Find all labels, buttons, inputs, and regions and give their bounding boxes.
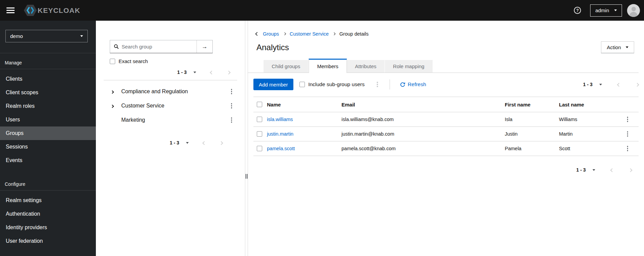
pagination-menu-toggle[interactable]: 1 - 3: [170, 140, 189, 145]
kebab-menu-icon[interactable]: [231, 103, 232, 108]
kebab-menu-icon[interactable]: [231, 117, 232, 122]
pagination-prev-button[interactable]: [210, 70, 213, 75]
page-title: Analytics: [256, 43, 289, 52]
tab-role-mapping[interactable]: Role mapping: [385, 60, 433, 73]
include-subgroup-label: Include sub-group users: [308, 81, 365, 87]
member-email: pamela.scott@knab.com: [341, 146, 505, 151]
group-tree-panel: → Exact search 1 - 3 Compliance and Regu…: [96, 21, 245, 256]
member-first-name: Justin: [505, 131, 559, 137]
sidebar-item-users[interactable]: Users: [0, 113, 96, 126]
group-search: →: [110, 40, 213, 53]
kebab-menu-icon[interactable]: [627, 131, 628, 136]
members-table: Name Email First name Last name isla.wil…: [253, 97, 639, 156]
sidebar-item-identity-providers[interactable]: Identity providers: [0, 221, 96, 234]
pagination-menu-toggle[interactable]: 1 - 3: [177, 70, 196, 75]
column-header-email: Email: [341, 102, 505, 107]
sidebar-item-realm-roles[interactable]: Realm roles: [0, 99, 96, 113]
sidebar-item-realm-settings[interactable]: Realm settings: [0, 194, 96, 207]
kebab-menu-icon[interactable]: [627, 117, 628, 122]
kebab-menu-icon[interactable]: [231, 89, 232, 94]
row-checkbox[interactable]: [257, 146, 262, 151]
pagination-next-button[interactable]: [220, 140, 223, 145]
back-icon[interactable]: [256, 33, 258, 35]
group-details-page: Groups Customer Service Group details An…: [248, 21, 644, 256]
tab-child-groups[interactable]: Child groups: [264, 60, 308, 73]
user-menu-dropdown[interactable]: admin: [590, 4, 622, 17]
sidebar-item-groups[interactable]: Groups: [0, 126, 96, 140]
pagination-range: 1 - 3: [177, 70, 187, 75]
action-label: Action: [607, 44, 621, 50]
help-icon[interactable]: ?: [574, 7, 581, 14]
member-username-link[interactable]: pamela.scott: [267, 146, 295, 151]
tab-attributes[interactable]: Attributes: [347, 60, 385, 73]
realm-selector[interactable]: demo: [5, 30, 88, 42]
search-submit-button[interactable]: →: [196, 40, 212, 53]
pagination-prev-button[interactable]: [618, 82, 620, 87]
row-checkbox[interactable]: [257, 117, 262, 122]
exact-search-checkbox[interactable]: [110, 59, 115, 64]
exact-search-label: Exact search: [119, 58, 148, 64]
tree-item-customer-service: Customer Service: [96, 99, 245, 113]
chevron-right-icon: [333, 33, 335, 35]
pagination-next-button[interactable]: [629, 168, 632, 173]
expand-chevron-icon[interactable]: [109, 89, 116, 94]
avatar[interactable]: [627, 4, 640, 17]
pagination-menu-toggle[interactable]: 1 - 3: [583, 82, 602, 87]
column-header-last-name: Last name: [559, 102, 617, 107]
keycloak-logo-icon: [24, 4, 37, 16]
arrow-right-icon: →: [202, 43, 208, 50]
group-name[interactable]: Compliance and Regulation: [121, 88, 188, 95]
pagination-range: 1 - 3: [170, 140, 179, 145]
panel-resize-handle[interactable]: [245, 21, 248, 256]
expand-chevron-icon[interactable]: [109, 103, 116, 109]
row-checkbox[interactable]: [257, 131, 262, 137]
brand-text: KEYCLOAK: [38, 6, 80, 15]
refresh-button[interactable]: Refresh: [400, 81, 426, 87]
pagination-prev-button[interactable]: [611, 168, 614, 173]
pagination-prev-button[interactable]: [203, 140, 206, 145]
member-first-name: Pamela: [505, 146, 559, 151]
chevron-down-icon: [80, 35, 83, 37]
action-dropdown-button[interactable]: Action: [601, 41, 634, 53]
column-header-first-name: First name: [505, 102, 559, 107]
refresh-label: Refresh: [408, 81, 426, 87]
sidebar-item-sessions[interactable]: Sessions: [0, 140, 96, 154]
pagination-range: 1 - 3: [576, 167, 586, 173]
table-header-row: Name Email First name Last name: [253, 97, 639, 112]
tab-members[interactable]: Members: [309, 59, 347, 73]
sidebar-item-events[interactable]: Events: [0, 154, 96, 167]
sidebar-item-authentication[interactable]: Authentication: [0, 207, 96, 221]
breadcrumb-customer-service-link[interactable]: Customer Service: [290, 31, 329, 37]
kebab-menu-icon[interactable]: [627, 146, 628, 151]
table-row: justin.martin justin.martin@knab.com Jus…: [253, 127, 639, 141]
breadcrumb-groups-link[interactable]: Groups: [263, 31, 279, 37]
sidebar-item-clients[interactable]: Clients: [0, 72, 96, 86]
add-member-button[interactable]: Add member: [253, 79, 293, 90]
sidebar-item-client-scopes[interactable]: Client scopes: [0, 86, 96, 99]
select-all-checkbox[interactable]: [257, 102, 262, 107]
tabs: Child groups Members Attributes Role map…: [248, 59, 639, 73]
sidebar-nav: demo Manage Clients Client scopes Realm …: [0, 21, 96, 256]
tree-pagination-top: 1 - 3: [96, 70, 230, 75]
breadcrumb-current: Group details: [339, 31, 369, 37]
group-name[interactable]: Marketing: [121, 117, 145, 123]
members-pagination-bottom: 1 - 3: [248, 167, 632, 173]
member-username-link[interactable]: isla.williams: [267, 117, 293, 122]
member-username-link[interactable]: justin.martin: [267, 131, 293, 137]
chevron-down-icon: [186, 142, 189, 144]
sidebar-item-user-federation[interactable]: User federation: [0, 234, 96, 248]
group-name[interactable]: Customer Service: [121, 103, 164, 109]
table-row: pamela.scott pamela.scott@knab.com Pamel…: [253, 141, 639, 156]
kebab-menu-icon[interactable]: [377, 82, 378, 87]
nav-toggle-icon[interactable]: [6, 7, 15, 13]
members-toolbar: Add member Include sub-group users Refre…: [253, 79, 639, 90]
search-input[interactable]: [110, 40, 196, 53]
pagination-next-button[interactable]: [227, 70, 230, 75]
include-subgroup-checkbox[interactable]: [299, 82, 305, 87]
divider: [0, 190, 96, 191]
drag-grip-icon: [245, 174, 248, 179]
pagination-range: 1 - 3: [583, 82, 593, 87]
realm-name: demo: [10, 33, 23, 39]
pagination-menu-toggle[interactable]: 1 - 3: [576, 167, 595, 173]
pagination-next-button[interactable]: [636, 82, 639, 87]
